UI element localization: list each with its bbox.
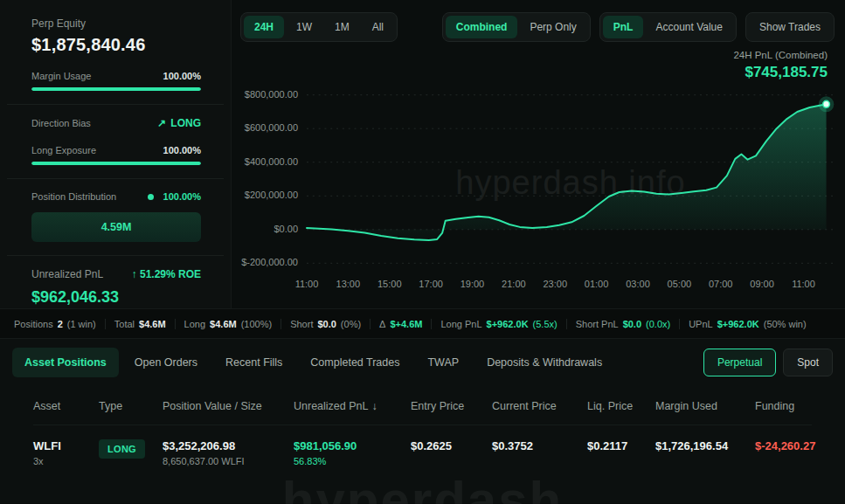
tabs-row: Asset PositionsOpen OrdersRecent FillsCo… xyxy=(12,348,833,377)
stat-extra: (5.5x) xyxy=(533,319,558,329)
direction-bias-text: LONG xyxy=(170,117,201,129)
y-tick-label: $600,000.00 xyxy=(245,122,298,133)
tab-twap[interactable]: TWAP xyxy=(415,348,471,377)
stat-label: Δ xyxy=(379,319,385,329)
time-range-group: 24H1W1MAll xyxy=(240,12,398,42)
stat-extra: (0.0x) xyxy=(646,319,670,329)
position-distribution-bar: 4.59M xyxy=(31,212,201,242)
pnl-chart[interactable] xyxy=(307,88,835,270)
unrealized-pnl-cell: $981,056.9056.83% xyxy=(294,439,411,466)
combine-mode-group: CombinedPerp Only xyxy=(442,12,591,42)
y-axis: $800,000.00$600,000.00$400,000.00$200,00… xyxy=(240,88,307,270)
perp-equity-label: Perp Equity xyxy=(31,17,201,30)
y-tick-label: $200,000.00 xyxy=(245,190,298,200)
pnl-button[interactable]: PnL xyxy=(603,16,644,38)
time-range-all-button[interactable]: All xyxy=(362,16,394,38)
column-header-margin-used[interactable]: Margin Used xyxy=(655,400,755,412)
view-toggle-groups: CombinedPerp OnlyPnLAccount ValueShow Tr… xyxy=(442,12,835,42)
account-value-button[interactable]: Account Value xyxy=(645,16,733,38)
stat-label: Short xyxy=(290,319,313,329)
x-tick-label: 05:00 xyxy=(668,279,692,289)
y-tick-label: $-200,000.00 xyxy=(241,257,298,267)
pnl-area-fill xyxy=(307,104,827,240)
x-tick-label: 13:00 xyxy=(336,279,361,289)
funding-cell: $-24,260.27 xyxy=(755,439,815,452)
time-range-1m-button[interactable]: 1M xyxy=(324,16,360,38)
stat-label: Long xyxy=(184,319,205,329)
position-value: $3,252,206.98 xyxy=(163,439,294,452)
show-trades-button[interactable]: Show Trades xyxy=(749,16,831,38)
green-dot-icon xyxy=(148,194,154,200)
stat-extra: (1 win) xyxy=(67,319,96,329)
market-perpetual-button[interactable]: Perpetual xyxy=(703,349,776,376)
stat-short: Short$0.0(0%) xyxy=(281,319,370,329)
x-tick-label: 09:00 xyxy=(750,279,774,289)
column-header-entry-price[interactable]: Entry Price xyxy=(411,400,492,412)
market-spot-button[interactable]: Spot xyxy=(783,349,833,376)
unrealized-pnl-label: Unrealized PnL xyxy=(31,268,103,280)
long-exposure-value: 100.00% xyxy=(163,145,201,155)
column-header-position-value-size[interactable]: Position Value / Size xyxy=(163,400,294,412)
time-range-24h-button[interactable]: 24H xyxy=(244,16,284,38)
stat-value: $+962.0K xyxy=(487,319,529,329)
x-tick-label: 07:00 xyxy=(709,279,733,289)
chart-header: 24H PnL (Combined) $745,185.75 xyxy=(240,50,828,81)
position-size: 8,650,637.00 WLFI xyxy=(163,456,294,466)
position-distribution-percent: 100.00% xyxy=(163,191,201,202)
long-exposure-bar xyxy=(31,162,201,165)
position-distribution-row: Position Distribution 100.00% xyxy=(31,191,201,202)
stat-value: $4.6M xyxy=(139,319,166,329)
x-axis: 11:0013:0015:0017:0019:0021:0023:0001:00… xyxy=(307,275,835,298)
arrow-up-icon: ↑ xyxy=(132,268,140,280)
pnl-chart-area: 24H1W1MAll CombinedPerp OnlyPnLAccount V… xyxy=(232,0,845,308)
market-toggle: PerpetualSpot xyxy=(703,349,833,376)
x-tick-label: 03:00 xyxy=(626,279,650,289)
tab-asset-positions[interactable]: Asset Positions xyxy=(12,348,119,377)
top-section: Perp Equity $1,875,840.46 Margin Usage 1… xyxy=(0,0,845,309)
long-exposure-bar-fill xyxy=(31,162,201,165)
asset-symbol: WLFI xyxy=(33,439,99,452)
positions-panel: Asset PositionsOpen OrdersRecent FillsCo… xyxy=(0,339,845,503)
tab-deposits-withdrawals[interactable]: Deposits & Withdrawals xyxy=(474,348,614,377)
stat-long: Long$4.6M(100%) xyxy=(175,319,281,329)
column-header-current-price[interactable]: Current Price xyxy=(492,400,587,412)
column-header-type[interactable]: Type xyxy=(99,400,163,412)
end-point-dot xyxy=(823,100,830,107)
x-tick-label: 15:00 xyxy=(377,279,402,289)
chart-header-value: $745,185.75 xyxy=(240,64,828,81)
column-header-liq-price[interactable]: Liq. Price xyxy=(587,400,655,412)
x-tick-label: 17:00 xyxy=(419,279,443,289)
margin-usage-row: Margin Usage 100.00% xyxy=(31,71,201,81)
position-row-wlfi[interactable]: WLFI3xLONG$3,252,206.988,650,637.00 WLFI… xyxy=(33,425,812,482)
stat-label: Total xyxy=(114,319,135,329)
stat-value: $+962.0K xyxy=(717,319,759,329)
sort-desc-icon: ↓ xyxy=(371,400,377,412)
stat-label: Long PnL xyxy=(440,319,481,329)
unrealized-pnl-roe: ↑ 51.29% ROE xyxy=(132,268,201,280)
divider xyxy=(7,255,224,256)
combined-button[interactable]: Combined xyxy=(446,16,518,38)
column-header-funding[interactable]: Funding xyxy=(755,400,812,412)
margin-usage-label: Margin Usage xyxy=(31,71,91,81)
stat-label: Short PnL xyxy=(576,319,619,329)
tab-recent-fills[interactable]: Recent Fills xyxy=(213,348,294,377)
stat-value: $4.6M xyxy=(210,319,237,329)
divider xyxy=(7,178,224,179)
position-distribution-value: 100.00% xyxy=(148,191,201,202)
x-tick-label: 19:00 xyxy=(461,279,485,289)
column-header-asset[interactable]: Asset xyxy=(33,400,99,412)
x-tick-label: 11:00 xyxy=(792,279,815,289)
tab-open-orders[interactable]: Open Orders xyxy=(122,348,210,377)
stat-long-pnl: Long PnL$+962.0K(5.5x) xyxy=(431,319,565,329)
tab-completed-trades[interactable]: Completed Trades xyxy=(298,348,412,377)
column-header-unrealized-pnl[interactable]: Unrealized PnL↓ xyxy=(294,400,411,412)
positions-tabs: Asset PositionsOpen OrdersRecent FillsCo… xyxy=(12,348,614,377)
perp-only-button[interactable]: Perp Only xyxy=(519,16,586,38)
stat-positions: Positions2(1 win) xyxy=(5,319,105,329)
stat-extra: (50% win) xyxy=(764,319,807,329)
account-summary-sidebar: Perp Equity $1,875,840.46 Margin Usage 1… xyxy=(0,0,232,308)
position-value-cell: $3,252,206.988,650,637.00 WLFI xyxy=(163,439,294,466)
funding-value: $-24,260.27 xyxy=(755,439,815,452)
margin-used: $1,726,196.54 xyxy=(655,439,755,452)
time-range-1w-button[interactable]: 1W xyxy=(286,16,322,38)
